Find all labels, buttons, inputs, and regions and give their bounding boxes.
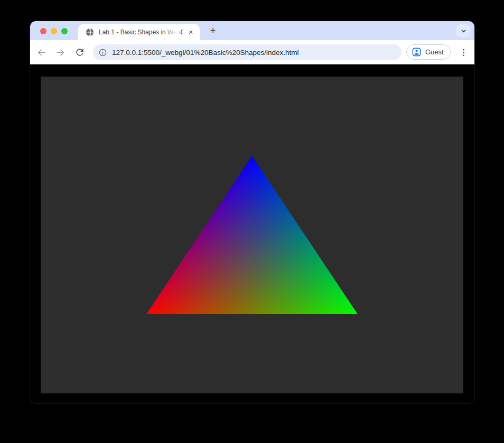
profile-label: Guest (425, 48, 444, 56)
tab-strip: Lab 1 - Basic Shapes in WebG ✕ + (30, 21, 474, 40)
gradient-triangle (146, 156, 358, 314)
menu-kebab-icon[interactable] (456, 45, 470, 60)
page-content (30, 64, 474, 403)
forward-icon[interactable] (52, 44, 68, 60)
tab-search-button[interactable] (456, 24, 471, 37)
back-icon[interactable] (33, 44, 49, 60)
browser-window: Lab 1 - Basic Shapes in WebG ✕ + (30, 21, 474, 403)
address-bar[interactable]: 127.0.0.1:5500/_webgl/01%20Basic%20Shape… (93, 44, 402, 60)
window-zoom-button[interactable] (61, 28, 68, 34)
browser-toolbar: 127.0.0.1:5500/_webgl/01%20Basic%20Shape… (30, 40, 474, 64)
window-minimize-button[interactable] (51, 28, 57, 34)
reload-icon[interactable] (72, 44, 88, 60)
triangle-layer-green (146, 156, 358, 314)
site-info-icon[interactable] (98, 48, 107, 57)
chevron-down-icon (460, 27, 468, 35)
tab-title: Lab 1 - Basic Shapes in WebG (99, 29, 183, 36)
new-tab-button[interactable]: + (206, 24, 220, 37)
tab-close-icon[interactable]: ✕ (186, 27, 195, 37)
profile-button[interactable]: Guest (406, 44, 451, 60)
window-close-button[interactable] (40, 28, 46, 34)
guest-avatar-icon (412, 47, 422, 57)
url-text: 127.0.0.1:5500/_webgl/01%20Basic%20Shape… (112, 49, 299, 56)
browser-tab[interactable]: Lab 1 - Basic Shapes in WebG ✕ (78, 24, 200, 40)
globe-favicon-icon (86, 28, 94, 36)
webgl-canvas (41, 77, 463, 393)
